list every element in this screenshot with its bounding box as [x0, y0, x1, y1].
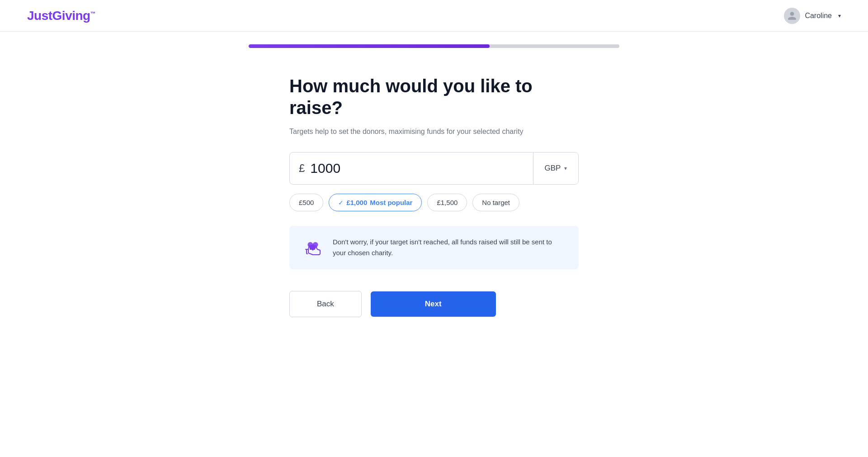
- quick-select-1500[interactable]: £1,500: [427, 194, 467, 211]
- currency-chevron-icon: ▾: [564, 165, 567, 171]
- info-banner-text: Don't worry, if your target isn't reache…: [333, 237, 566, 258]
- quick-select-1000[interactable]: ✓ £1,000 Most popular: [329, 194, 422, 211]
- currency-selector[interactable]: GBP ▾: [533, 152, 578, 184]
- page-title: How much would you like to raise?: [289, 75, 579, 119]
- most-popular-label: Most popular: [370, 199, 412, 206]
- content-wrapper: How much would you like to raise? Target…: [289, 75, 579, 317]
- header: JustGiving™ Caroline ▾: [0, 0, 868, 32]
- progress-bar-track: [249, 44, 619, 48]
- back-button[interactable]: Back: [289, 291, 362, 317]
- quick-select-1500-label: £1,500: [437, 199, 458, 206]
- page-subtitle: Targets help to set the donors, maximisi…: [289, 128, 579, 136]
- quick-select-1000-label: £1,000: [346, 199, 367, 206]
- progress-bar-fill: [249, 44, 490, 48]
- user-menu[interactable]: Caroline ▾: [784, 8, 841, 24]
- user-name-label: Caroline: [805, 12, 832, 20]
- currency-symbol: £: [299, 162, 305, 175]
- hand-heart-icon: [302, 237, 324, 258]
- quick-select-500-label: £500: [299, 199, 314, 206]
- logo-text: JustGiving: [27, 9, 90, 23]
- amount-input[interactable]: [310, 161, 524, 176]
- next-button[interactable]: Next: [371, 291, 496, 317]
- progress-section: [0, 32, 868, 48]
- avatar: [784, 8, 800, 24]
- info-banner: Don't worry, if your target isn't reache…: [289, 226, 579, 269]
- amount-left: £: [290, 152, 533, 184]
- quick-select-no-target[interactable]: No target: [472, 194, 519, 211]
- bottom-actions: Back Next: [289, 291, 579, 317]
- quick-select-group: £500 ✓ £1,000 Most popular £1,500 No tar…: [289, 194, 579, 211]
- logo-trademark: ™: [90, 10, 96, 16]
- amount-input-container: £ GBP ▾: [289, 152, 579, 185]
- main-content: How much would you like to raise? Target…: [0, 48, 868, 317]
- quick-select-no-target-label: No target: [482, 199, 510, 206]
- user-icon: [787, 11, 797, 21]
- quick-select-500[interactable]: £500: [289, 194, 323, 211]
- user-chevron-icon: ▾: [838, 13, 841, 19]
- currency-label: GBP: [545, 164, 561, 173]
- check-icon: ✓: [338, 199, 344, 206]
- logo: JustGiving™: [27, 9, 95, 23]
